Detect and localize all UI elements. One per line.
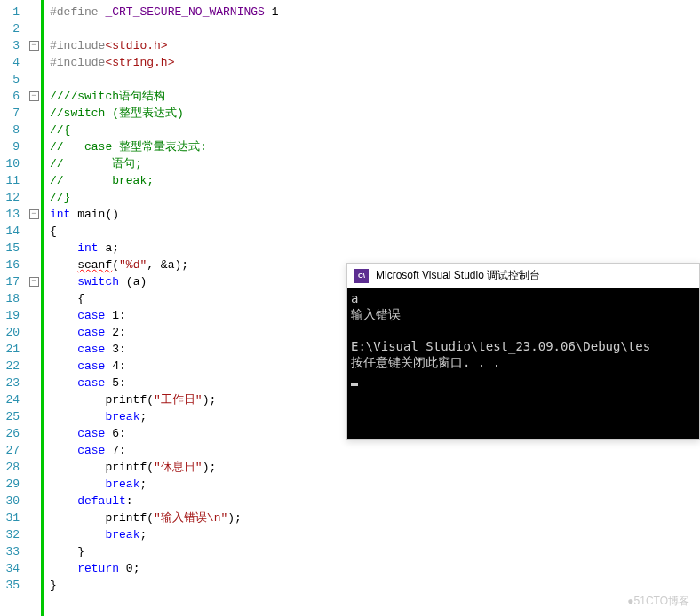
- line-number: 10: [4, 155, 20, 172]
- fold-column[interactable]: −−−−: [27, 0, 41, 616]
- line-number: 1: [4, 4, 20, 20]
- line-number: 8: [4, 122, 20, 138]
- code-line[interactable]: #include<string.h>: [50, 54, 700, 71]
- line-number: 19: [4, 307, 20, 324]
- line-number: 24: [4, 391, 20, 408]
- code-line[interactable]: // break;: [50, 172, 700, 189]
- watermark: ●51CTO博客: [627, 594, 689, 609]
- code-line[interactable]: // case 整型常量表达式:: [50, 138, 700, 155]
- code-line[interactable]: }: [50, 577, 700, 594]
- line-number: 15: [4, 240, 20, 257]
- line-number: 20: [4, 324, 20, 341]
- code-line[interactable]: [50, 20, 700, 37]
- vs-icon: C\: [354, 269, 369, 283]
- line-number: 32: [4, 526, 20, 543]
- line-number: 34: [4, 560, 20, 577]
- line-number: 17: [4, 273, 20, 290]
- console-output[interactable]: a 输入错误 E:\Visual Studio\test_23.09.06\De…: [347, 288, 699, 439]
- line-number: 21: [4, 341, 20, 358]
- line-number: 28: [4, 459, 20, 476]
- code-line[interactable]: #define _CRT_SECURE_NO_WARNINGS 1: [50, 4, 700, 20]
- console-title-text: Microsoft Visual Studio 调试控制台: [376, 268, 540, 283]
- code-line[interactable]: int main(): [50, 206, 700, 223]
- code-line[interactable]: //switch (整型表达式): [50, 105, 700, 122]
- line-number: 33: [4, 543, 20, 560]
- fold-toggle-icon[interactable]: −: [29, 41, 39, 51]
- line-number: 16: [4, 257, 20, 273]
- code-line[interactable]: #include<stdio.h>: [50, 37, 700, 54]
- code-line[interactable]: default:: [50, 493, 700, 509]
- line-number: 29: [4, 476, 20, 493]
- change-indicator: [41, 0, 44, 616]
- code-line[interactable]: ////switch语句结构: [50, 88, 700, 105]
- debug-console-window[interactable]: C\ Microsoft Visual Studio 调试控制台 a 输入错误 …: [346, 263, 700, 440]
- line-number: 30: [4, 493, 20, 509]
- code-line[interactable]: printf("休息日");: [50, 459, 700, 476]
- line-numbers: 1234567891011121314151617181920212223242…: [0, 0, 27, 616]
- line-number: 27: [4, 442, 20, 459]
- code-line[interactable]: printf("输入错误\n");: [50, 509, 700, 526]
- code-line[interactable]: //}: [50, 189, 700, 206]
- line-number: 4: [4, 54, 20, 71]
- line-number: 18: [4, 290, 20, 307]
- line-number: 25: [4, 408, 20, 425]
- code-line[interactable]: //{: [50, 122, 700, 138]
- line-number: 2: [4, 20, 20, 37]
- code-line[interactable]: }: [50, 543, 700, 560]
- fold-toggle-icon[interactable]: −: [29, 277, 39, 287]
- line-number: 11: [4, 172, 20, 189]
- code-line[interactable]: break;: [50, 526, 700, 543]
- code-line[interactable]: // 语句;: [50, 155, 700, 172]
- line-number: 12: [4, 189, 20, 206]
- console-cursor: [351, 383, 358, 386]
- line-number: 31: [4, 509, 20, 526]
- fold-toggle-icon[interactable]: −: [29, 209, 39, 219]
- line-number: 23: [4, 375, 20, 391]
- code-line[interactable]: break;: [50, 476, 700, 493]
- line-number: 13: [4, 206, 20, 223]
- line-number: 22: [4, 358, 20, 375]
- code-line[interactable]: case 7:: [50, 442, 700, 459]
- code-line[interactable]: [50, 71, 700, 88]
- line-number: 3: [4, 37, 20, 54]
- line-number: 35: [4, 577, 20, 594]
- line-number: 5: [4, 71, 20, 88]
- line-number: 9: [4, 138, 20, 155]
- console-title-bar[interactable]: C\ Microsoft Visual Studio 调试控制台: [347, 264, 699, 288]
- line-number: 26: [4, 425, 20, 442]
- line-number: 14: [4, 223, 20, 240]
- code-line[interactable]: return 0;: [50, 560, 700, 577]
- code-line[interactable]: {: [50, 223, 700, 240]
- line-number: 7: [4, 105, 20, 122]
- line-number: 6: [4, 88, 20, 105]
- code-line[interactable]: int a;: [50, 240, 700, 257]
- fold-toggle-icon[interactable]: −: [29, 91, 39, 101]
